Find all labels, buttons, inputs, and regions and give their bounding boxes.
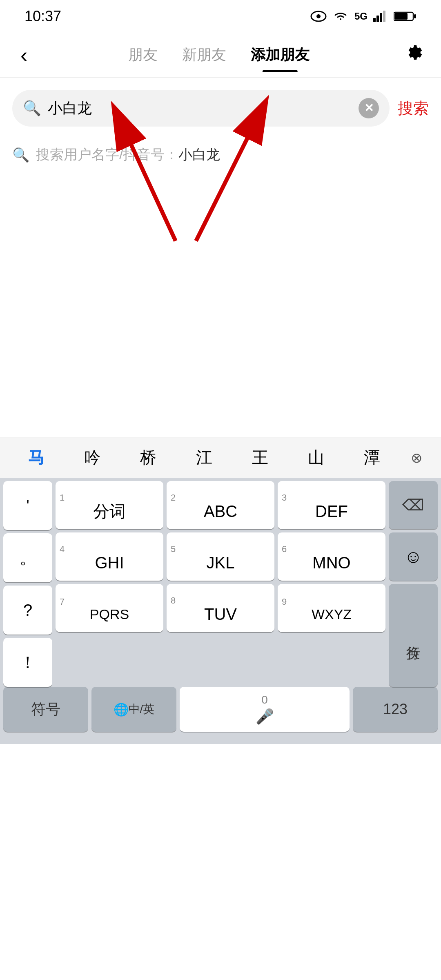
key-wxyz[interactable]: 9 WXYZ [278, 584, 385, 632]
key-num-1: 1 [60, 493, 65, 502]
suggestion-prefix: 搜索用户名字/抖音号： [36, 147, 178, 162]
svg-point-1 [316, 14, 321, 18]
pinyin-candidate-4[interactable]: 王 [232, 446, 288, 469]
signal-bars-icon [373, 11, 388, 22]
right-special-column: ⌫ ☺ 换行 [389, 481, 438, 687]
search-area: 🔍 ✕ 搜索 [0, 78, 441, 135]
svg-rect-3 [376, 16, 379, 22]
punct-column: ' 。 ? ！ [3, 481, 52, 687]
key-row-1: 1 分词 2 ABC 3 DEF [56, 481, 385, 529]
tab-friends[interactable]: 朋友 [128, 45, 158, 65]
keyboard: ' 。 ? ！ 1 分词 2 ABC [0, 478, 441, 744]
num-key[interactable]: 123 [353, 687, 438, 732]
pinyin-candidate-6[interactable]: 潭 [344, 446, 400, 469]
pinyin-delete-button[interactable]: ⊗ [400, 450, 433, 466]
return-key[interactable]: 换行 [389, 584, 438, 687]
key-num-3: 3 [282, 493, 287, 502]
delete-key[interactable]: ⌫ [389, 481, 438, 529]
punct-key-period[interactable]: 。 [3, 533, 52, 582]
delete-icon: ⌫ [402, 496, 424, 514]
svg-rect-7 [394, 13, 408, 20]
key-num-8: 8 [171, 596, 176, 605]
suggestion-keyword: 小白龙 [178, 147, 220, 162]
fu-label: 符号 [31, 699, 60, 719]
status-bar: 10:37 5G [0, 0, 441, 33]
key-ghi[interactable]: 4 GHI [56, 532, 163, 581]
key-tuv[interactable]: 8 TUV [167, 584, 274, 632]
keyboard-bottom-row: 符号 🌐 中/英 0 🎤 123 [0, 687, 441, 744]
key-label-pqrs: PQRS [90, 607, 129, 621]
key-row-2: 4 GHI 5 JKL 6 MNO [56, 532, 385, 581]
lang-key[interactable]: 🌐 中/英 [91, 687, 176, 732]
key-fenchi[interactable]: 1 分词 [56, 481, 163, 529]
pinyin-candidate-3[interactable]: 江 [176, 446, 232, 469]
punct-key-comma[interactable]: ' [3, 481, 52, 530]
space-num-label: 0 [261, 693, 268, 706]
pinyin-candidate-2[interactable]: 桥 [120, 446, 176, 469]
key-label-def: DEF [315, 503, 348, 519]
suggestion-text: 搜索用户名字/抖音号：小白龙 [36, 145, 220, 164]
search-icon: 🔍 [23, 100, 41, 117]
nav-bar: ‹ 朋友 新朋友 添加朋友 [0, 33, 441, 78]
svg-rect-8 [414, 14, 416, 18]
key-num-9: 9 [282, 597, 287, 606]
gear-button[interactable] [406, 44, 425, 67]
key-row-3: 7 PQRS 8 TUV 9 WXYZ [56, 584, 385, 632]
space-key[interactable]: 0 🎤 [180, 687, 350, 732]
key-jkl[interactable]: 5 JKL [167, 532, 274, 581]
lang-label: 中/英 [129, 702, 155, 717]
key-label-wxyz: WXYZ [312, 607, 352, 621]
key-label-abc: ABC [204, 503, 237, 519]
key-num-5: 5 [171, 545, 176, 554]
svg-rect-5 [383, 11, 385, 22]
svg-rect-4 [380, 13, 382, 22]
key-label-mno: MNO [312, 555, 350, 571]
punct-exclaim-label: ！ [20, 654, 36, 670]
status-icons: 5G [310, 10, 416, 22]
pinyin-candidate-1[interactable]: 吟 [64, 446, 120, 469]
fu-key[interactable]: 符号 [3, 687, 88, 732]
num-label: 123 [383, 701, 408, 718]
search-input-wrap[interactable]: 🔍 ✕ [12, 90, 390, 127]
pinyin-candidate-0[interactable]: 马 [8, 446, 64, 469]
emoji-key[interactable]: ☺ [389, 532, 438, 581]
clear-icon: ✕ [364, 102, 374, 114]
key-label-tuv: TUV [204, 606, 237, 622]
svg-rect-2 [373, 18, 376, 22]
globe-icon: 🌐 [114, 702, 129, 717]
punct-key-question[interactable]: ? [3, 586, 52, 635]
key-def[interactable]: 3 DEF [278, 481, 385, 529]
tab-new-friends[interactable]: 新朋友 [182, 45, 226, 65]
punct-question-label: ? [23, 602, 32, 618]
key-num-6: 6 [282, 545, 287, 554]
search-bar-row: 🔍 ✕ 搜索 [12, 90, 429, 127]
pinyin-candidate-5[interactable]: 山 [288, 446, 344, 469]
key-label-jkl: JKL [207, 555, 235, 571]
pinyin-row: 马 吟 桥 江 王 山 潭 ⊗ [0, 437, 441, 478]
emoji-icon: ☺ [404, 546, 423, 567]
key-mno[interactable]: 6 MNO [278, 532, 385, 581]
key-num-7: 7 [60, 597, 65, 606]
wifi-icon [332, 10, 349, 22]
search-clear-button[interactable]: ✕ [359, 98, 379, 118]
mic-icon: 🎤 [256, 708, 274, 725]
key-label-ghi: GHI [95, 555, 124, 571]
battery-icon [394, 11, 416, 22]
eye-icon [310, 10, 327, 22]
key-num-2: 2 [171, 493, 176, 502]
search-button[interactable]: 搜索 [398, 98, 429, 119]
status-time: 10:37 [24, 8, 61, 25]
tab-add-friends[interactable]: 添加朋友 [251, 45, 310, 65]
punct-period-label: 。 [20, 550, 36, 566]
punct-key-exclaim[interactable]: ！ [3, 638, 52, 687]
main-keys: 1 分词 2 ABC 3 DEF 4 GHI 5 [56, 481, 385, 687]
key-abc[interactable]: 2 ABC [167, 481, 274, 529]
punct-comma-label: ' [26, 497, 29, 514]
key-pqrs[interactable]: 7 PQRS [56, 584, 163, 632]
key-label-fenchi: 分词 [93, 503, 126, 519]
svg-point-9 [413, 51, 418, 56]
nav-tabs: 朋友 新朋友 添加朋友 [128, 45, 310, 65]
suggestion-row[interactable]: 🔍 搜索用户名字/抖音号：小白龙 [0, 135, 441, 175]
search-input[interactable] [48, 100, 359, 117]
back-button[interactable]: ‹ [16, 39, 31, 71]
